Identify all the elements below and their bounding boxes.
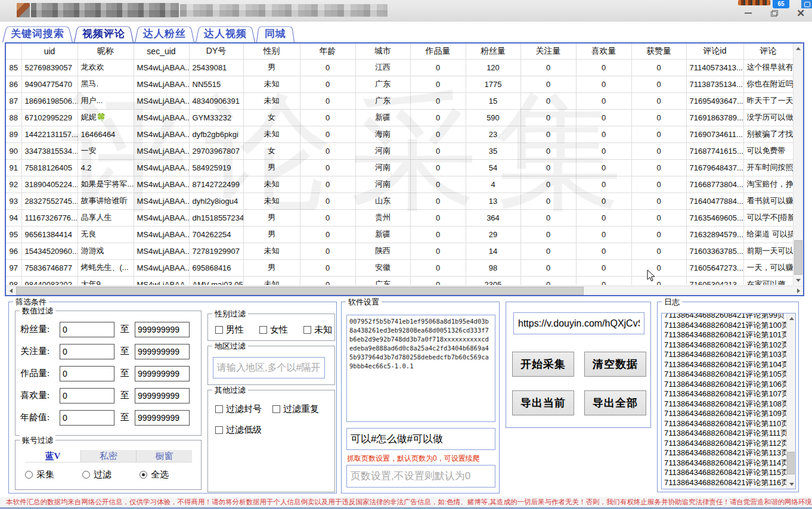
- table-row[interactable]: 89 14422131157... 16466464 MS4wLjABAA...…: [6, 126, 793, 142]
- max-value-input[interactable]: [135, 388, 190, 404]
- censored-title-block-2: [180, 4, 388, 17]
- checkbox-option[interactable]: 男性: [215, 324, 244, 336]
- table-row[interactable]: 95 96561384414 无良 MS4wLjABAA... 70426225…: [6, 226, 793, 243]
- praised-count-cell: 0: [631, 276, 686, 285]
- maximize-button[interactable]: [768, 7, 781, 19]
- table-row[interactable]: 91 75818126405 4.2 MS4wLjABAA... 5849259…: [6, 159, 793, 176]
- minimize-button[interactable]: [742, 7, 755, 19]
- dyid-cell: 584925919: [189, 159, 243, 176]
- log-scrollbar[interactable]: [786, 314, 795, 489]
- table-row[interactable]: 93 28327552745... 故事讲给谁听 MS4wLjABAA... d…: [6, 193, 793, 209]
- column-header[interactable]: 粉丝量: [466, 44, 520, 59]
- account-filter-tab[interactable]: 私密: [81, 450, 137, 462]
- nav-tab[interactable]: 视频评论: [74, 24, 134, 42]
- scroll-down-button[interactable]: [794, 275, 803, 285]
- checkbox-option[interactable]: 未知: [303, 324, 332, 336]
- column-header[interactable]: uid: [21, 44, 78, 59]
- table-row[interactable]: 85 52769839057 龙欢欢 MS4wLjABAA... 2543908…: [6, 59, 793, 76]
- following-count-cell: 0: [520, 142, 576, 159]
- horizontal-scrollbar[interactable]: [6, 285, 803, 295]
- min-value-input[interactable]: [60, 388, 114, 404]
- checkbox-option[interactable]: 过滤封号: [215, 404, 272, 415]
- close-button[interactable]: ✕: [794, 7, 807, 19]
- checkbox-option[interactable]: 女性: [259, 324, 288, 336]
- max-value-input[interactable]: [135, 366, 190, 381]
- column-header[interactable]: 城市: [355, 44, 410, 59]
- keyword-input[interactable]: [346, 428, 495, 450]
- min-value-input[interactable]: [60, 366, 114, 381]
- min-value-input[interactable]: [60, 410, 114, 426]
- table-row[interactable]: 92 31890405224... 如果是宇将军... MS4wLjABAA..…: [6, 176, 793, 193]
- action-button[interactable]: 开始采集: [512, 352, 574, 377]
- table-row[interactable]: 90 33473815534... 一安 MS4wLjABAA... 29703…: [6, 142, 793, 159]
- max-value-input[interactable]: [135, 344, 190, 359]
- comment-text-cell: 别被骗了才找...: [743, 126, 793, 142]
- action-button[interactable]: 导出全部: [584, 390, 646, 415]
- table-row[interactable]: 86 94904775470 黑马. MS4wLjABAA... NN5515 …: [6, 76, 793, 92]
- action-button[interactable]: 导出当前: [512, 390, 574, 415]
- table-row[interactable]: 88 67102995229 妮妮🍀 MS4wLjABAA... GYM3323…: [6, 109, 793, 126]
- region-input[interactable]: [213, 357, 325, 378]
- column-header[interactable]: DY号: [189, 44, 243, 59]
- table-row[interactable]: 94 11167326776... 品享人生 MS4wLjABAA... dh1…: [6, 209, 793, 226]
- table-row[interactable]: 87 18696198506... 用户... MS4wLjABAA... 48…: [6, 92, 793, 109]
- action-button[interactable]: 清空数据: [584, 352, 646, 377]
- checkbox-option[interactable]: 过滤重复: [272, 404, 330, 415]
- dyid-cell: 695868416: [189, 259, 243, 276]
- video-url-input[interactable]: [513, 312, 644, 334]
- column-header[interactable]: 关注量: [520, 44, 576, 59]
- radio-icon[interactable]: [140, 471, 147, 479]
- account-filter-tab[interactable]: 橱窗: [137, 450, 192, 462]
- table-row[interactable]: 96 15434520960... 游游戏 MS4wLjABAA... 7278…: [6, 243, 793, 259]
- nav-tab[interactable]: 同城: [256, 24, 295, 42]
- column-header[interactable]: 昵称: [78, 44, 134, 59]
- checkbox-icon[interactable]: [215, 426, 223, 434]
- nav-tab[interactable]: 关键词搜索: [2, 24, 73, 42]
- radio-icon[interactable]: [25, 471, 33, 479]
- column-header[interactable]: 评论: [743, 44, 793, 59]
- column-header[interactable]: 评论id: [686, 44, 743, 59]
- scroll-up-button[interactable]: [794, 44, 803, 53]
- log-listbox[interactable]: 7113864346882608421评论第99页711386434688260…: [661, 313, 796, 489]
- comment-text-cell: 前期一天可以...: [743, 243, 793, 259]
- checkbox-option[interactable]: 过滤低级: [215, 424, 272, 436]
- radio-option[interactable]: 采集: [25, 469, 82, 480]
- column-header[interactable]: 喜欢量: [576, 44, 631, 59]
- table-row[interactable]: 97 75836746877 烤蚝先生、(... MS4wLjABAA... 6…: [6, 259, 793, 276]
- column-header[interactable]: [6, 44, 21, 59]
- checkbox-icon[interactable]: [272, 405, 280, 413]
- checkbox-icon[interactable]: [215, 326, 223, 334]
- nav-tab[interactable]: 达人粉丝: [135, 24, 194, 42]
- column-header[interactable]: 性别: [243, 44, 300, 59]
- column-header[interactable]: 作品量: [410, 44, 466, 59]
- log-scroll-up-button[interactable]: [787, 314, 796, 323]
- license-token-box[interactable]: 007952f5b5b741eb1ef95068a8d1b95e4d03b8a4…: [346, 315, 495, 422]
- horizontal-scroll-thumb[interactable]: [16, 287, 584, 295]
- radio-option[interactable]: 过滤: [82, 469, 140, 480]
- fans-count-cell: 15: [466, 92, 520, 109]
- nav-tab[interactable]: 达人视频: [196, 24, 255, 42]
- checkbox-icon[interactable]: [215, 405, 223, 413]
- table-row[interactable]: 98 98440083202... 大年9 MS4wLjABAA... AMV-…: [6, 276, 793, 285]
- account-filter-group: 账号过滤 蓝V私密橱窗 采集 过滤 全选: [15, 440, 202, 490]
- max-value-input[interactable]: [135, 322, 190, 337]
- log-scroll-down-button[interactable]: [787, 479, 796, 489]
- account-filter-tab[interactable]: 蓝V: [25, 450, 81, 462]
- vertical-scrollbar[interactable]: [793, 44, 803, 285]
- checkbox-icon[interactable]: [303, 326, 311, 334]
- min-value-input[interactable]: [60, 322, 114, 337]
- checkbox-icon[interactable]: [259, 326, 267, 334]
- min-value-input[interactable]: [60, 344, 114, 359]
- scroll-left-button[interactable]: [6, 286, 16, 296]
- log-scroll-thumb[interactable]: [787, 452, 795, 474]
- column-header[interactable]: 年龄: [300, 44, 355, 59]
- row-number-cell: 90: [6, 142, 21, 159]
- radio-icon[interactable]: [82, 471, 90, 479]
- column-header[interactable]: sec_uid: [134, 44, 189, 59]
- column-header[interactable]: 获赞量: [631, 44, 686, 59]
- radio-option[interactable]: 全选: [140, 469, 197, 480]
- max-value-input[interactable]: [135, 410, 190, 426]
- scroll-right-button[interactable]: [794, 286, 803, 296]
- vertical-scroll-thumb[interactable]: [794, 240, 802, 275]
- pages-input[interactable]: [346, 465, 495, 488]
